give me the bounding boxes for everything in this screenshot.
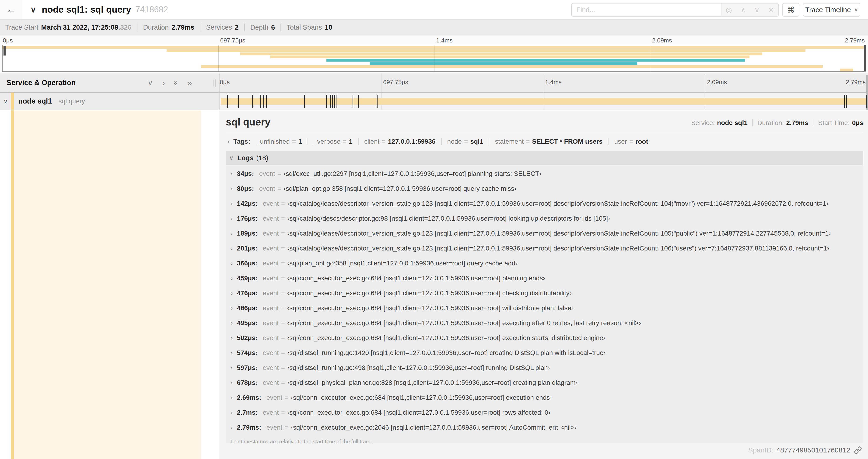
log-entry-row[interactable]: ›495μs:event=‹sql/conn_executor_exec.go:… (226, 316, 863, 330)
span-detail-titlebar: sql query Service:node sql1Duration:2.79… (226, 117, 863, 130)
log-marker-tick[interactable] (304, 95, 305, 108)
log-field-name: event (263, 334, 279, 342)
log-marker-tick[interactable] (266, 95, 267, 108)
overview-label: Duration: (757, 119, 784, 127)
log-marker-tick[interactable] (238, 95, 239, 108)
log-entry-row[interactable]: ›486μs:event=‹sql/conn_executor_exec.go:… (226, 301, 863, 316)
span-row-name-column[interactable]: ∨ node sql1 sql query (0, 93, 219, 110)
log-marker-tick[interactable] (844, 95, 845, 108)
tag-item[interactable]: node=sql1 (447, 138, 484, 145)
log-entry-row[interactable]: ›189μs:event=‹sql/catalog/lease/descript… (226, 226, 863, 241)
span-row-timeline[interactable] (219, 93, 867, 110)
log-marker-tick[interactable] (330, 95, 331, 108)
log-marker-tick[interactable] (263, 95, 264, 108)
log-event-text: ‹sql/catalog/lease/descriptor_version_st… (287, 245, 829, 252)
locate-icon[interactable]: ◎ (726, 6, 732, 14)
log-entry-row[interactable]: ›2.69ms:event=‹sql/conn_executor_exec.go… (226, 390, 863, 405)
overview-value: node sql1 (717, 119, 748, 127)
log-entry-row[interactable]: ›34μs:event=‹sql/exec_util.go:2297 [nsql… (226, 166, 863, 181)
log-entry-row[interactable]: ›366μs:event=‹sql/plan_opt.go:358 [nsql1… (226, 256, 863, 271)
tag-item[interactable]: _verbose=1 (314, 138, 352, 145)
log-entry-row[interactable]: ›502μs:event=‹sql/conn_executor_exec.go:… (226, 330, 863, 346)
log-entry-row[interactable]: ›201μs:event=‹sql/catalog/lease/descript… (226, 241, 863, 256)
log-entry-row[interactable]: ›574μs:event=‹sql/distsql_running.go:142… (226, 346, 863, 360)
next-result-icon[interactable]: ∨ (754, 6, 760, 14)
log-marker-tick[interactable] (252, 95, 253, 108)
log-marker-tick[interactable] (358, 95, 359, 108)
command-icon: ⌘ (787, 5, 795, 14)
tags-row[interactable]: › Tags: _unfinished=1_verbose=1client=12… (226, 135, 863, 147)
log-marker-tick[interactable] (260, 95, 261, 108)
minimap-canvas[interactable] (2, 45, 866, 72)
expand-one-icon[interactable]: › (162, 78, 165, 87)
log-marker-tick[interactable] (336, 95, 337, 108)
log-entry-row[interactable]: ›2.7ms:event=‹sql/conn_executor_exec.go:… (226, 405, 863, 420)
equals-sign: = (464, 138, 468, 145)
minimap-left-drag-handle[interactable] (3, 46, 6, 56)
log-marker-tick[interactable] (227, 95, 228, 108)
span-duration-bar[interactable] (221, 98, 867, 105)
log-event-text: ‹sql/plan_opt.go:358 [nsql1,client=127.0… (287, 260, 518, 267)
divider (358, 138, 359, 145)
tag-item[interactable]: statement=SELECT * FROM users (495, 138, 602, 145)
log-entry-row[interactable]: ›459μs:event=‹sql/conn_executor_exec.go:… (226, 271, 863, 286)
log-timestamp: 201μs: (237, 245, 257, 252)
log-marker-tick[interactable] (326, 95, 327, 108)
tag-item[interactable]: _unfinished=1 (256, 138, 302, 145)
logs-header[interactable]: ∨ Logs (18) (226, 151, 863, 165)
trace-info-label: Depth (250, 24, 268, 31)
log-marker-tick[interactable] (846, 95, 847, 108)
log-event-text: ‹sql/conn_executor_exec.go:2046 [nsql1,c… (291, 424, 577, 431)
log-marker-tick[interactable] (332, 95, 333, 108)
back-button[interactable]: ← (0, 0, 22, 19)
chevron-right-icon: › (230, 364, 232, 371)
log-timestamp: 189μs: (237, 230, 257, 237)
collapse-all-icon[interactable]: » (172, 81, 181, 85)
overview-label: Service: (691, 119, 715, 127)
minimap-span-bar (270, 56, 749, 58)
log-marker-tick[interactable] (377, 95, 377, 108)
equals-sign: = (277, 170, 281, 177)
timeline-axis-label: 2.09ms (707, 78, 727, 86)
minimap-axis-label: 1.4ms (436, 37, 453, 44)
log-entry-row[interactable]: ›678μs:event=‹sql/distsql_physical_plann… (226, 375, 863, 390)
tag-item[interactable]: user=root (614, 138, 648, 145)
chevron-down-icon: ∨ (854, 7, 858, 13)
span-collapse-icon[interactable]: ∨ (3, 97, 8, 105)
collapse-trace-icon[interactable]: ∨ (30, 5, 36, 14)
tag-item[interactable]: client=127.0.0.1:59936 (364, 138, 436, 145)
log-field-name: event (263, 409, 279, 416)
log-entry-row[interactable]: ›476μs:event=‹sql/conn_executor_exec.go:… (226, 286, 863, 301)
log-marker-tick[interactable] (334, 95, 335, 108)
keyboard-shortcuts-button[interactable]: ⌘ (782, 3, 799, 17)
log-entry-row[interactable]: ›80μs:event=‹sql/plan_opt.go:358 [nsql1,… (226, 181, 863, 196)
span-color-accent (11, 93, 14, 110)
log-event-text: ‹sql/conn_executor_exec.go:684 [nsql1,cl… (287, 409, 551, 416)
minimap-right-drag-handle[interactable] (864, 45, 866, 71)
expand-all-icon[interactable]: » (188, 78, 192, 87)
log-entry-row[interactable]: ›142μs:event=‹sql/catalog/lease/descript… (226, 196, 863, 211)
minimap-span-bar (240, 53, 763, 55)
prev-result-icon[interactable]: ∧ (741, 6, 746, 14)
divider (280, 24, 281, 31)
span-row[interactable]: ∨ node sql1 sql query (0, 93, 868, 110)
log-timestamp: 80μs: (237, 185, 254, 192)
trace-info-label: Duration (143, 24, 169, 31)
log-entry-row[interactable]: ›2.79ms:event=‹sql/conn_executor_exec.go… (226, 420, 863, 435)
log-entry-row[interactable]: ›176μs:event=‹sql/catalog/descs/descript… (226, 211, 863, 226)
link-icon[interactable] (854, 446, 862, 454)
find-input[interactable] (572, 3, 721, 16)
span-overview: Service:node sql1Duration:2.79msStart Ti… (691, 119, 863, 127)
chevron-right-icon: › (230, 274, 232, 282)
column-resize-grip[interactable] (213, 79, 216, 87)
view-selector-button[interactable]: Trace Timeline ∨ (803, 3, 860, 17)
collapse-one-icon[interactable]: ∨ (148, 78, 153, 87)
tag-key: client (364, 138, 379, 145)
clear-search-icon[interactable]: ✕ (768, 6, 774, 14)
divider (608, 138, 609, 145)
log-entry-row[interactable]: ›597μs:event=‹sql/distsql_running.go:498… (226, 360, 863, 375)
timeline-column-header: Service & Operation ∨ › » » 0μs697.75μs1… (0, 73, 868, 93)
log-event-text: ‹sql/conn_executor_exec.go:684 [nsql1,cl… (287, 334, 606, 342)
log-marker-tick[interactable] (352, 95, 353, 108)
log-marker-tick[interactable] (866, 95, 867, 108)
